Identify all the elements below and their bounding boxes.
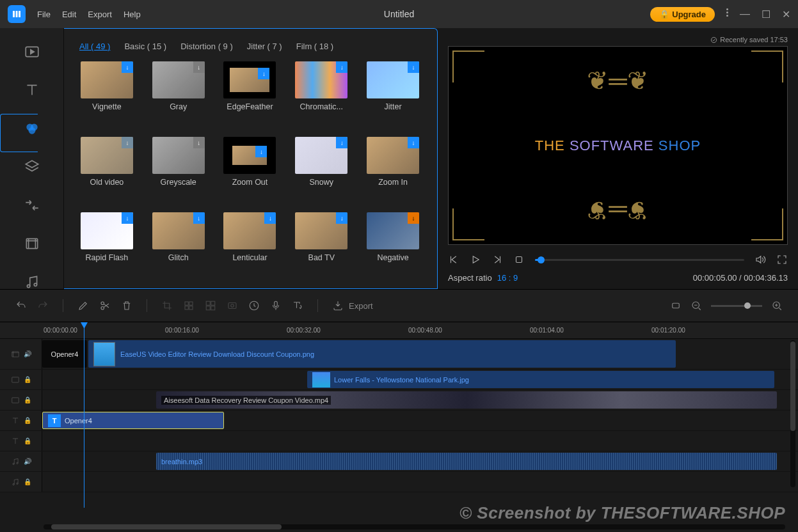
- download-icon[interactable]: ↓: [408, 61, 419, 73]
- download-icon[interactable]: ↓: [122, 137, 133, 148]
- crop-button[interactable]: [161, 300, 173, 311]
- track-head-audio[interactable]: 🔊: [0, 451, 42, 471]
- menu-file[interactable]: File: [37, 10, 51, 19]
- filter-tab[interactable]: Basic ( 15 ): [124, 42, 166, 51]
- timeline-v-scrollbar[interactable]: [790, 340, 795, 487]
- sidebar-item-music[interactable]: [19, 274, 45, 290]
- clip-image-1[interactable]: EaseUS Video Editor Review Download Disc…: [88, 340, 676, 368]
- freeze-button[interactable]: [227, 300, 238, 311]
- effect-item[interactable]: ↓Negative: [365, 212, 420, 279]
- svg-rect-19: [211, 301, 215, 305]
- clip-audio[interactable]: breathin.mp3: [156, 453, 777, 470]
- voiceover-button[interactable]: [270, 300, 282, 311]
- playback-slider[interactable]: [535, 259, 744, 261]
- sidebar-item-overlays[interactable]: [19, 159, 45, 175]
- undo-button[interactable]: [15, 300, 27, 311]
- more-icon[interactable]: [726, 8, 728, 20]
- speech-button[interactable]: [292, 300, 303, 311]
- edit-tool-button[interactable]: [77, 300, 89, 311]
- delete-button[interactable]: [121, 300, 132, 311]
- sidebar-item-text[interactable]: [19, 82, 45, 98]
- mosaic-button[interactable]: [183, 300, 195, 311]
- volume-icon[interactable]: [754, 254, 766, 265]
- download-icon[interactable]: ↓: [258, 68, 269, 79]
- track-head-pip2[interactable]: 🔒: [0, 390, 42, 410]
- effect-item[interactable]: ↓Jitter: [365, 61, 420, 128]
- effect-item[interactable]: ↓Bad TV: [294, 212, 349, 279]
- effect-item[interactable]: ↓Lenticular: [223, 212, 278, 279]
- effect-item[interactable]: ↓Rapid Flash: [79, 212, 134, 279]
- stop-button[interactable]: [513, 254, 525, 265]
- zoom-in-button[interactable]: [771, 300, 783, 311]
- play-button[interactable]: [470, 254, 481, 265]
- effect-label: Chromatic...: [300, 102, 343, 111]
- export-button[interactable]: Export: [332, 300, 373, 311]
- menu-edit[interactable]: Edit: [62, 10, 76, 19]
- redo-button[interactable]: [37, 300, 49, 311]
- menu-export[interactable]: Export: [88, 10, 112, 19]
- filter-tab[interactable]: Jitter ( 7 ): [247, 42, 282, 51]
- effect-item[interactable]: ↓Gray: [151, 61, 206, 128]
- effect-item[interactable]: ↓Glitch: [151, 212, 206, 279]
- menu-help[interactable]: Help: [124, 10, 141, 19]
- effect-item[interactable]: ↓Zoom In: [365, 137, 420, 203]
- close-button[interactable]: ✕: [782, 8, 790, 20]
- fullscreen-icon[interactable]: [776, 254, 788, 265]
- effect-item[interactable]: ↓Chromatic...: [294, 61, 349, 128]
- download-icon[interactable]: ↓: [122, 61, 133, 73]
- track-head-audio2[interactable]: 🔒: [0, 472, 42, 492]
- main-menu: File Edit Export Help: [37, 10, 141, 19]
- download-icon[interactable]: ↓: [193, 61, 205, 73]
- sidebar-item-transitions[interactable]: [19, 197, 45, 214]
- effect-item[interactable]: ↓Greyscale: [151, 137, 206, 203]
- zoom-out-button[interactable]: [690, 300, 702, 311]
- minimize-button[interactable]: —: [740, 8, 750, 20]
- track-head-pip[interactable]: 🔒: [0, 370, 42, 389]
- filter-tab[interactable]: Distortion ( 9 ): [180, 42, 233, 51]
- download-icon[interactable]: ↓: [193, 212, 205, 224]
- timeline-ruler[interactable]: 00:00:00.0000:00:16.0000:00:32.0000:00:4…: [0, 322, 798, 339]
- zoom-slider[interactable]: [711, 305, 762, 307]
- effect-item[interactable]: ↓Zoom Out: [223, 137, 278, 203]
- track-head-video[interactable]: 🔊: [0, 339, 42, 369]
- prev-frame-button[interactable]: [448, 254, 459, 265]
- next-frame-button[interactable]: [491, 254, 503, 265]
- download-icon[interactable]: ↓: [122, 212, 133, 224]
- ruler-tick: 00:01:04.00: [530, 327, 564, 334]
- download-icon[interactable]: ↓: [336, 61, 347, 73]
- download-icon[interactable]: ↓: [264, 212, 276, 224]
- clip-opener[interactable]: Opener4: [42, 340, 87, 368]
- playhead[interactable]: [84, 322, 84, 508]
- clip-video-2[interactable]: Aiseesoft Data Recovery Review Coupon Vi…: [156, 391, 777, 409]
- svg-rect-20: [206, 306, 210, 310]
- clip-text[interactable]: TOpener4: [42, 412, 224, 429]
- clip-pip[interactable]: Lower Falls - Yellowstone National Park.…: [307, 371, 774, 388]
- track-head-text2[interactable]: 🔒: [0, 431, 42, 451]
- effect-item[interactable]: ↓Old video: [79, 137, 134, 203]
- split-button[interactable]: [99, 300, 111, 311]
- download-icon[interactable]: ↓: [408, 137, 419, 148]
- track-head-text[interactable]: 🔒: [0, 411, 42, 430]
- timeline-h-scrollbar[interactable]: [44, 524, 785, 529]
- filter-tab[interactable]: All ( 49 ): [79, 42, 110, 51]
- effect-item[interactable]: ↓EdgeFeather: [223, 61, 278, 128]
- ruler-tick: 00:00:48.00: [408, 327, 442, 334]
- download-icon[interactable]: ↓: [255, 146, 267, 157]
- sidebar-item-media[interactable]: [19, 43, 45, 60]
- sidebar-item-elements[interactable]: [19, 235, 45, 252]
- maximize-button[interactable]: ☐: [762, 8, 770, 20]
- filter-tab[interactable]: Film ( 18 ): [296, 42, 334, 51]
- video-preview[interactable]: ❦═❦ THE SOFTWARE SHOP ❦═❦: [448, 46, 788, 245]
- fit-button[interactable]: [670, 300, 682, 311]
- zoom-button[interactable]: [205, 300, 216, 311]
- effect-item[interactable]: ↓Snowy: [294, 137, 349, 203]
- sidebar-item-filters[interactable]: [19, 120, 45, 137]
- download-icon[interactable]: ↓: [336, 212, 347, 224]
- duration-button[interactable]: [248, 300, 260, 311]
- download-icon[interactable]: ↓: [193, 137, 205, 148]
- download-icon[interactable]: ↓: [336, 137, 347, 148]
- aspect-ratio-value[interactable]: 16 : 9: [497, 273, 518, 283]
- upgrade-button[interactable]: 🔒 Upgrade: [650, 7, 715, 22]
- effect-item[interactable]: ↓Vignette: [79, 61, 134, 128]
- download-icon[interactable]: ↓: [408, 212, 419, 224]
